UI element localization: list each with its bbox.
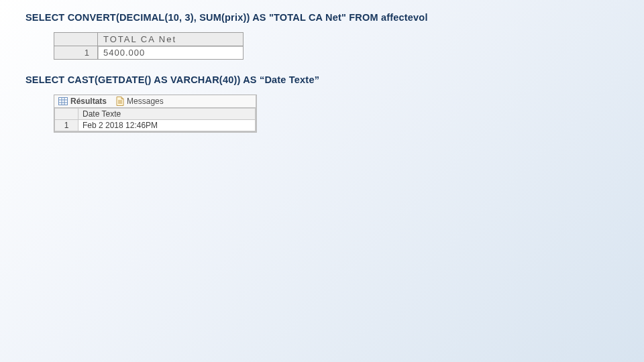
grid-icon [58, 97, 68, 105]
cell-value: 5400.000 [98, 46, 244, 60]
column-header-total-ca-net: TOTAL CA Net [98, 33, 244, 46]
results-table-2: Date Texte 1 Feb 2 2018 12:46PM [54, 108, 256, 131]
tab-messages-label: Messages [127, 97, 164, 106]
svg-rect-0 [59, 98, 68, 105]
result-grid-1: TOTAL CA Net 1 5400.000 [54, 32, 619, 60]
results-table-1: TOTAL CA Net 1 5400.000 [54, 32, 244, 60]
sql-query-1: SELECT CONVERT(DECIMAL(10, 3), SUM(prix)… [25, 12, 619, 23]
results-tab-bar: Résultats Messages [54, 95, 256, 108]
tab-results[interactable]: Résultats [58, 97, 107, 106]
grid-corner [55, 109, 78, 120]
grid-corner [54, 33, 98, 46]
result-panel-2: Résultats Messages [54, 95, 619, 133]
tab-results-label: Résultats [70, 97, 107, 106]
cell-value: Feb 2 2018 12:46PM [78, 120, 256, 131]
column-header-date-texte: Date Texte [78, 109, 256, 120]
tab-messages[interactable]: Messages [116, 97, 164, 106]
row-number: 1 [55, 120, 78, 131]
document-icon [116, 97, 124, 106]
sql-query-2: SELECT CAST(GETDATE() AS VARCHAR(40)) AS… [25, 74, 619, 85]
row-number: 1 [54, 46, 98, 60]
